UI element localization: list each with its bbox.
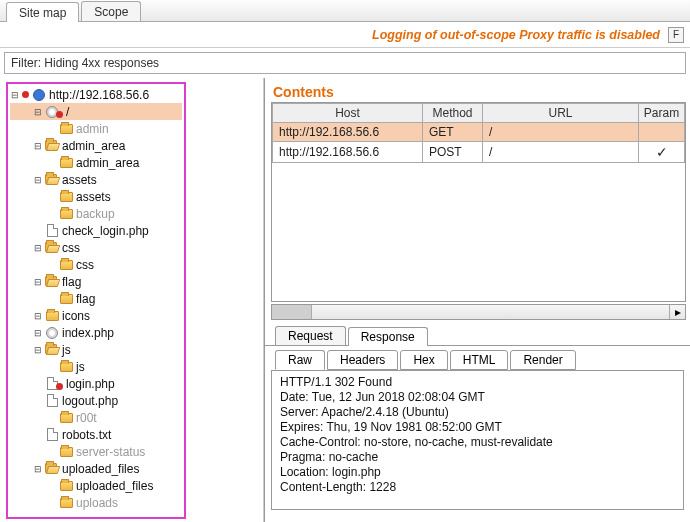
tree-node[interactable]: flag <box>10 290 182 307</box>
banner-text: Logging of out-of-scope Proxy traffic is… <box>372 28 660 42</box>
scroll-right-icon[interactable]: ▸ <box>669 305 685 319</box>
folder-icon <box>59 496 73 510</box>
col-method[interactable]: Method <box>423 104 483 123</box>
expand-icon[interactable]: ⊟ <box>33 464 42 473</box>
issue-dot-icon <box>56 383 63 390</box>
filter-bar[interactable]: Filter: Hiding 4xx responses <box>4 52 686 74</box>
tab-scope[interactable]: Scope <box>81 1 141 21</box>
tree-node[interactable]: ⊟js <box>10 341 182 358</box>
col-params[interactable]: Param <box>639 104 685 123</box>
expand-icon[interactable]: ⊟ <box>33 311 42 320</box>
tree-node-label: assets <box>76 190 111 204</box>
tree-node-label: uploads <box>76 496 118 510</box>
tree-node[interactable]: ⊟index.php <box>10 324 182 341</box>
table-row[interactable]: http://192.168.56.6POST/✓ <box>273 142 685 163</box>
horizontal-scrollbar[interactable]: ▸ <box>271 304 686 320</box>
expand-icon[interactable] <box>47 158 56 167</box>
expand-icon[interactable] <box>33 430 42 439</box>
tree-node[interactable]: ⊟/ <box>10 103 182 120</box>
expand-icon[interactable] <box>33 226 42 235</box>
tree-node[interactable]: server-status <box>10 443 182 460</box>
col-host[interactable]: Host <box>273 104 423 123</box>
tree-node[interactable]: assets <box>10 188 182 205</box>
raw-line: Date: Tue, 12 Jun 2018 02:08:04 GMT <box>280 390 675 405</box>
file-icon <box>45 224 59 238</box>
tree-node[interactable]: admin_area <box>10 154 182 171</box>
tree-node[interactable]: check_login.php <box>10 222 182 239</box>
file-icon <box>45 394 59 408</box>
tree-node-label: index.php <box>62 326 114 340</box>
right-panel: Contents Host Method URL Param http://19… <box>264 78 690 522</box>
tree-node[interactable]: ⊟uploaded_files <box>10 460 182 477</box>
tree-node[interactable]: ⊟admin_area <box>10 137 182 154</box>
folder-icon <box>45 309 59 323</box>
tree-node-label: logout.php <box>62 394 118 408</box>
scrollbar-thumb[interactable] <box>272 305 312 319</box>
expand-icon[interactable] <box>47 260 56 269</box>
expand-icon[interactable]: ⊟ <box>33 277 42 286</box>
expand-icon[interactable] <box>47 192 56 201</box>
folder-icon <box>59 292 73 306</box>
tree-node[interactable]: ⊟flag <box>10 273 182 290</box>
tab-sitemap[interactable]: Site map <box>6 2 79 22</box>
expand-icon[interactable]: ⊟ <box>33 345 42 354</box>
tree-node[interactable]: ⊟css <box>10 239 182 256</box>
tree-highlight-box: ⊟ http://192.168.56.6 ⊟/admin⊟admin_area… <box>6 82 186 519</box>
tree-node[interactable]: js <box>10 358 182 375</box>
tree-node[interactable]: r00t <box>10 409 182 426</box>
tab-html[interactable]: HTML <box>450 350 509 370</box>
expand-icon[interactable]: ⊟ <box>33 107 42 116</box>
expand-icon[interactable]: ⊟ <box>33 141 42 150</box>
col-url[interactable]: URL <box>483 104 639 123</box>
tree-node[interactable]: admin <box>10 120 182 137</box>
tab-headers[interactable]: Headers <box>327 350 398 370</box>
cell-url: / <box>483 123 639 142</box>
tree-node[interactable]: uploaded_files <box>10 477 182 494</box>
tab-render[interactable]: Render <box>510 350 575 370</box>
expand-icon[interactable] <box>47 447 56 456</box>
expand-icon[interactable] <box>47 209 56 218</box>
expand-icon[interactable] <box>47 413 56 422</box>
tree-node[interactable]: ⊟icons <box>10 307 182 324</box>
tree-node[interactable]: backup <box>10 205 182 222</box>
expand-icon[interactable] <box>47 362 56 371</box>
folder-icon <box>59 122 73 136</box>
tree-node[interactable]: css <box>10 256 182 273</box>
response-view-tabs: Raw Headers Hex HTML Render <box>265 346 690 370</box>
tree-node-label: css <box>76 258 94 272</box>
tree-node[interactable]: robots.txt <box>10 426 182 443</box>
expand-icon[interactable] <box>47 481 56 490</box>
tree-node[interactable]: uploads <box>10 494 182 511</box>
response-raw-text[interactable]: HTTP/1.1 302 FoundDate: Tue, 12 Jun 2018… <box>271 370 684 510</box>
expand-icon[interactable]: ⊟ <box>10 90 19 99</box>
tree-node[interactable]: logout.php <box>10 392 182 409</box>
tree-node-label: r00t <box>76 411 97 425</box>
tree-node-label: login.php <box>66 377 115 391</box>
expand-icon[interactable] <box>47 294 56 303</box>
contents-table-wrap: Host Method URL Param http://192.168.56.… <box>271 102 686 302</box>
expand-icon[interactable] <box>47 124 56 133</box>
expand-icon[interactable]: ⊟ <box>33 175 42 184</box>
expand-icon[interactable] <box>33 396 42 405</box>
expand-icon[interactable]: ⊟ <box>33 243 42 252</box>
tree-node-label: robots.txt <box>62 428 111 442</box>
tree-node[interactable]: login.php <box>10 375 182 392</box>
expand-icon[interactable] <box>47 498 56 507</box>
filter-text: Filter: Hiding 4xx responses <box>11 56 159 70</box>
tab-response[interactable]: Response <box>348 327 428 346</box>
cell-params <box>639 123 685 142</box>
tab-hex[interactable]: Hex <box>400 350 447 370</box>
tab-raw[interactable]: Raw <box>275 350 325 370</box>
tab-request[interactable]: Request <box>275 326 346 345</box>
tree-node-label: flag <box>76 292 95 306</box>
table-row[interactable]: http://192.168.56.6GET/ <box>273 123 685 142</box>
sitemap-tree-panel: ·EEBUF ⊟ http://192.168.56.6 ⊟/admin⊟adm… <box>0 78 264 522</box>
tree-node[interactable]: ⊟assets <box>10 171 182 188</box>
expand-icon[interactable]: ⊟ <box>33 328 42 337</box>
banner-config-button[interactable]: F <box>668 27 684 43</box>
expand-icon[interactable] <box>33 379 42 388</box>
tree-root[interactable]: ⊟ http://192.168.56.6 <box>10 86 182 103</box>
tree-node-label: js <box>62 343 71 357</box>
contents-table[interactable]: Host Method URL Param http://192.168.56.… <box>272 103 685 163</box>
cell-method: GET <box>423 123 483 142</box>
